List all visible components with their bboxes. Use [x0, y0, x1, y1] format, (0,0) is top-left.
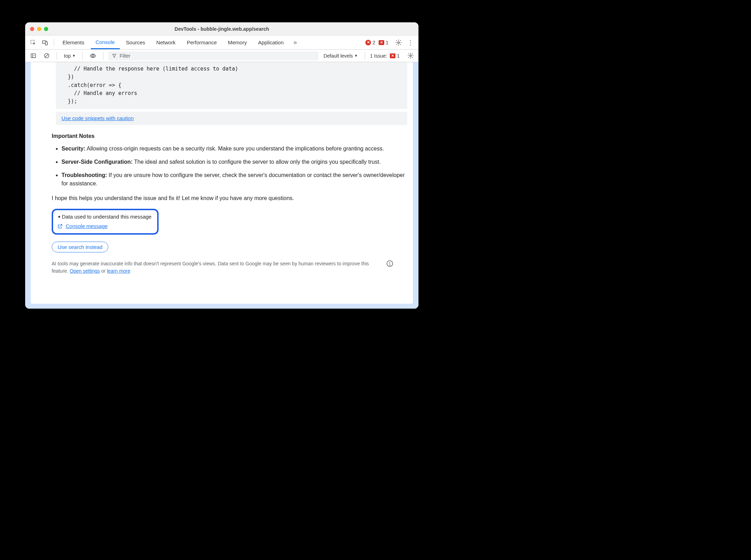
kebab-menu-icon[interactable]: ⋮ — [405, 37, 416, 48]
filter-icon — [112, 53, 117, 58]
issues-label: 1 Issue: — [370, 53, 387, 59]
tab-console[interactable]: Console — [91, 36, 120, 49]
tab-performance[interactable]: Performance — [182, 36, 222, 49]
window-title: DevTools - bubble-jingle.web.app/search — [25, 26, 418, 32]
open-settings-link[interactable]: Open settings — [70, 268, 100, 274]
frame-dropdown[interactable]: top ▼ — [62, 53, 78, 59]
zoom-icon[interactable] — [44, 27, 48, 31]
svg-line-7 — [45, 54, 48, 57]
use-search-button[interactable]: Use search instead — [52, 242, 108, 252]
list-item: Troubleshooting: If you are unsure how t… — [61, 171, 407, 188]
footer-disclaimer: AI tools may generate inaccurate info th… — [31, 260, 413, 274]
separator — [54, 39, 54, 46]
issue-flag-icon: ✕ — [390, 53, 395, 58]
data-used-disclosure[interactable]: ▼ Data used to understand this message — [57, 214, 152, 220]
error-icon: ✕ — [365, 40, 371, 45]
error-count: 2 — [372, 40, 375, 45]
svg-point-9 — [410, 55, 411, 57]
issue-badge[interactable]: ✕ 1 — [379, 40, 388, 45]
select-element-icon[interactable] — [28, 37, 38, 48]
toggle-sidebar-icon[interactable] — [28, 51, 38, 61]
separator — [103, 52, 103, 60]
devtools-window: DevTools - bubble-jingle.web.app/search … — [25, 22, 418, 309]
issues-count: 1 — [397, 53, 400, 59]
message-panel: // Handle the response here (limited acc… — [31, 62, 413, 304]
chevron-down-icon: ▼ — [354, 54, 358, 58]
svg-point-3 — [398, 42, 400, 43]
code-snippet: // Handle the response here (limited acc… — [56, 62, 407, 109]
device-toolbar-icon[interactable] — [40, 37, 50, 48]
settings-icon[interactable] — [393, 37, 404, 48]
svg-rect-4 — [31, 54, 36, 58]
open-external-icon — [57, 223, 63, 229]
titlebar: DevTools - bubble-jingle.web.app/search — [25, 22, 418, 36]
issue-count: 1 — [386, 40, 388, 45]
svg-point-8 — [92, 55, 94, 57]
separator — [82, 52, 83, 60]
close-icon[interactable] — [30, 27, 34, 31]
live-expression-icon[interactable] — [88, 51, 98, 61]
list-item: Security: Allowing cross-origin requests… — [61, 145, 407, 153]
separator — [365, 52, 365, 60]
svg-rect-2 — [45, 42, 48, 45]
tab-network[interactable]: Network — [152, 36, 181, 49]
data-used-link-row: Console message — [57, 223, 152, 229]
disclosure-triangle-icon: ▼ — [57, 215, 61, 219]
notes-list: Security: Allowing cross-origin requests… — [52, 145, 407, 188]
closing-text: I hope this helps you understand the iss… — [52, 194, 407, 202]
chevron-down-icon: ▼ — [72, 54, 75, 58]
caution-link[interactable]: Use code snippets with caution — [61, 115, 134, 121]
clear-console-icon[interactable] — [41, 51, 52, 61]
disclaimer-or: or — [100, 268, 107, 274]
console-settings-icon[interactable] — [405, 51, 416, 61]
frame-label: top — [64, 53, 71, 59]
content-area: // Handle the response here (limited acc… — [25, 62, 418, 309]
console-message-link[interactable]: Console message — [66, 223, 108, 229]
tab-memory[interactable]: Memory — [223, 36, 252, 49]
tab-sources[interactable]: Sources — [121, 36, 150, 49]
notes-section: Important Notes Security: Allowing cross… — [31, 132, 413, 202]
issue-flag-icon: ✕ — [379, 40, 384, 45]
learn-more-link[interactable]: learn more — [107, 268, 130, 274]
main-tabbar: Elements Console Sources Network Perform… — [25, 36, 418, 50]
tab-application[interactable]: Application — [253, 36, 289, 49]
list-item: Server-Side Configuration: The ideal and… — [61, 158, 407, 166]
levels-label: Default levels — [323, 53, 353, 59]
console-toolbar: top ▼ Filter Default levels ▼ 1 Issue: ✕… — [25, 50, 418, 62]
tab-elements[interactable]: Elements — [58, 36, 89, 49]
filter-placeholder: Filter — [119, 53, 130, 59]
warning-icon[interactable] — [386, 260, 393, 270]
levels-dropdown[interactable]: Default levels ▼ — [321, 53, 360, 59]
data-used-box: ▼ Data used to understand this message C… — [52, 209, 159, 235]
svg-point-12 — [389, 265, 390, 266]
caution-box: Use code snippets with caution — [56, 112, 407, 125]
separator — [57, 52, 57, 60]
filter-input[interactable]: Filter — [108, 51, 319, 60]
traffic-lights — [30, 27, 48, 31]
data-used-label: Data used to understand this message — [62, 214, 152, 220]
minimize-icon[interactable] — [37, 27, 41, 31]
notes-heading: Important Notes — [52, 132, 407, 140]
more-tabs-icon[interactable]: » — [290, 37, 300, 48]
issues-link[interactable]: 1 Issue: ✕ 1 — [370, 53, 400, 59]
error-badge[interactable]: ✕ 2 — [365, 40, 375, 45]
